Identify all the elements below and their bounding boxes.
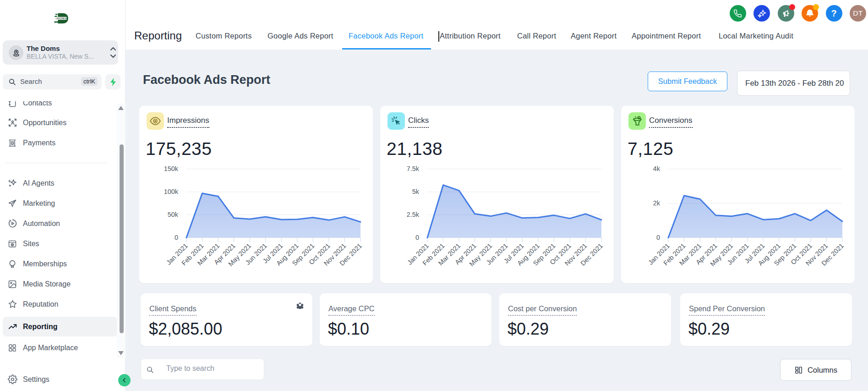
svg-text:2.5k: 2.5k — [407, 211, 420, 218]
svg-text:2k: 2k — [653, 199, 661, 207]
svg-text:0: 0 — [175, 234, 178, 241]
svg-text:5k: 5k — [412, 188, 420, 195]
svg-text:4k: 4k — [653, 165, 661, 172]
svg-text:DOMS: DOMS — [57, 17, 66, 20]
svg-text:0: 0 — [656, 234, 660, 241]
svg-text:150k: 150k — [164, 165, 179, 172]
svg-text:7.5k: 7.5k — [407, 165, 420, 172]
svg-text:0: 0 — [415, 234, 419, 241]
svg-text:50k: 50k — [168, 211, 179, 218]
svg-text:100k: 100k — [164, 188, 179, 195]
